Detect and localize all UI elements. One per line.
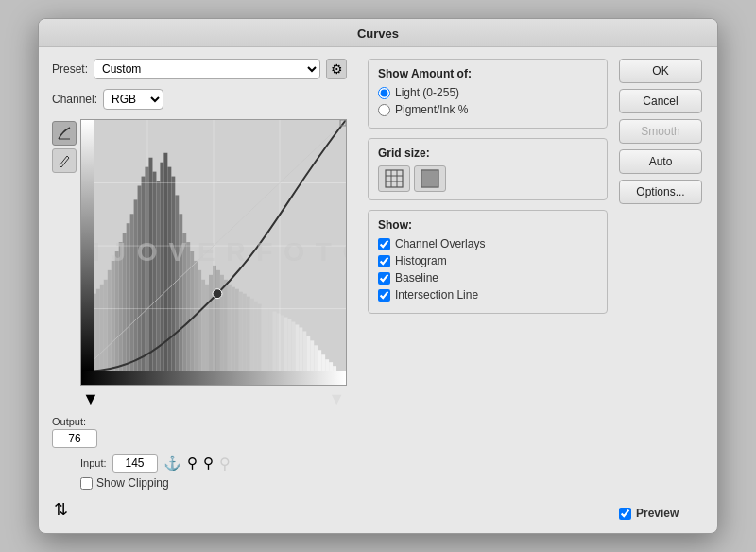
svg-rect-32 bbox=[190, 251, 194, 371]
show-box: Show: Channel Overlays Histogram Baselin… bbox=[368, 210, 608, 314]
output-input[interactable] bbox=[52, 429, 97, 448]
output-label: Output: bbox=[52, 416, 97, 427]
svg-rect-14 bbox=[123, 233, 127, 371]
curve-tool-button[interactable] bbox=[52, 121, 77, 146]
svg-rect-31 bbox=[186, 242, 190, 371]
svg-rect-24 bbox=[160, 163, 163, 371]
svg-rect-38 bbox=[213, 266, 216, 371]
svg-rect-49 bbox=[254, 302, 258, 371]
grid-size-box: Grid size: bbox=[368, 138, 608, 200]
svg-rect-27 bbox=[171, 177, 175, 372]
svg-rect-17 bbox=[134, 199, 138, 371]
pencil-tool-button[interactable] bbox=[52, 148, 77, 173]
svg-rect-48 bbox=[250, 299, 254, 371]
light-radio-row: Light (0-255) bbox=[378, 86, 597, 99]
input-label: Input: bbox=[80, 457, 107, 469]
grid-size-title: Grid size: bbox=[378, 147, 597, 160]
black-point-eyedropper[interactable]: ⚲ bbox=[187, 455, 198, 472]
svg-rect-43 bbox=[232, 287, 235, 371]
svg-rect-13 bbox=[119, 242, 123, 371]
baseline-row: Baseline bbox=[378, 271, 597, 285]
svg-rect-37 bbox=[209, 275, 213, 371]
svg-rect-7 bbox=[96, 289, 100, 371]
svg-rect-19 bbox=[142, 177, 146, 372]
channel-row: Channel: RGB Red Green Blue bbox=[52, 89, 347, 110]
channel-overlays-label: Channel Overlays bbox=[395, 237, 485, 250]
auto-select-icon[interactable]: ⇅ bbox=[54, 499, 68, 520]
bottom-icon-row: ⇅ bbox=[52, 499, 347, 520]
dialog-title: Curves bbox=[39, 19, 717, 47]
intersection-line-label: Intersection Line bbox=[395, 288, 478, 302]
svg-rect-69 bbox=[329, 362, 333, 371]
svg-rect-46 bbox=[243, 294, 247, 371]
svg-rect-59 bbox=[291, 321, 295, 371]
channel-overlays-checkbox[interactable] bbox=[378, 238, 390, 250]
intersection-line-row: Intersection Line bbox=[378, 288, 597, 302]
sample-point-icon[interactable]: ⚓ bbox=[163, 455, 181, 472]
curve-canvas[interactable]: © I J O V E R F O T O bbox=[80, 119, 347, 386]
intersection-line-checkbox[interactable] bbox=[378, 289, 390, 302]
preview-checkbox[interactable] bbox=[619, 508, 631, 520]
svg-rect-60 bbox=[295, 324, 299, 371]
svg-rect-61 bbox=[299, 327, 302, 371]
svg-rect-30 bbox=[182, 233, 186, 371]
grid-size-buttons bbox=[378, 165, 597, 192]
show-amount-box: Show Amount of: Light (0-255) Pigment/In… bbox=[368, 59, 608, 129]
smooth-button[interactable]: Smooth bbox=[619, 119, 702, 144]
svg-rect-15 bbox=[127, 223, 130, 371]
show-amount-title: Show Amount of: bbox=[378, 67, 597, 80]
grid-10x10-button[interactable] bbox=[414, 165, 446, 192]
svg-rect-64 bbox=[310, 340, 314, 371]
ok-button[interactable]: OK bbox=[619, 59, 702, 83]
curve-tools bbox=[52, 119, 77, 386]
svg-rect-63 bbox=[306, 336, 310, 371]
svg-rect-57 bbox=[284, 318, 287, 372]
svg-rect-9 bbox=[104, 280, 108, 371]
svg-rect-16 bbox=[130, 214, 134, 371]
preview-row: Preview bbox=[619, 507, 704, 520]
svg-rect-81 bbox=[386, 170, 403, 187]
light-radio[interactable] bbox=[378, 87, 390, 99]
svg-rect-51 bbox=[262, 306, 266, 372]
pigment-label: Pigment/Ink % bbox=[395, 103, 468, 116]
svg-rect-65 bbox=[314, 345, 318, 371]
channel-label: Channel: bbox=[52, 93, 97, 106]
baseline-checkbox[interactable] bbox=[378, 272, 390, 285]
svg-rect-54 bbox=[273, 312, 277, 372]
preset-select[interactable]: Custom Default Strong Contrast Increase … bbox=[94, 59, 320, 79]
svg-rect-68 bbox=[325, 359, 329, 371]
histogram-checkbox[interactable] bbox=[378, 255, 390, 267]
histogram-row: Histogram bbox=[378, 254, 597, 267]
cancel-button[interactable]: Cancel bbox=[619, 89, 702, 113]
curve-area: © I J O V E R F O T O bbox=[52, 119, 347, 386]
svg-rect-47 bbox=[247, 297, 250, 371]
options-button[interactable]: Options... bbox=[619, 180, 702, 204]
auto-button[interactable]: Auto bbox=[619, 149, 702, 174]
svg-rect-18 bbox=[138, 186, 142, 372]
show-title: Show: bbox=[378, 218, 597, 232]
svg-rect-22 bbox=[152, 172, 156, 371]
svg-rect-35 bbox=[201, 280, 205, 371]
svg-rect-11 bbox=[112, 261, 115, 371]
middle-panel: Show Amount of: Light (0-255) Pigment/In… bbox=[358, 59, 608, 520]
gear-button[interactable]: ⚙ bbox=[326, 59, 347, 79]
svg-rect-28 bbox=[175, 195, 179, 371]
channel-select[interactable]: RGB Red Green Blue bbox=[103, 89, 163, 110]
right-panel: OK Cancel Smooth Auto Options... Preview bbox=[619, 59, 704, 520]
show-clipping-checkbox[interactable] bbox=[80, 477, 93, 490]
gray-point-eyedropper[interactable]: ⚲ bbox=[203, 455, 214, 472]
svg-rect-45 bbox=[239, 292, 243, 371]
svg-rect-8 bbox=[100, 285, 104, 371]
svg-rect-34 bbox=[198, 270, 201, 371]
svg-rect-12 bbox=[115, 251, 119, 371]
svg-rect-29 bbox=[179, 214, 182, 371]
show-clipping-row: Show Clipping bbox=[80, 476, 347, 490]
white-point-eyedropper[interactable]: ⚲ bbox=[219, 455, 231, 473]
curves-dialog: Curves Preset: Custom Default Strong Con… bbox=[38, 18, 718, 534]
input-input[interactable] bbox=[112, 454, 158, 473]
grid-4x4-button[interactable] bbox=[378, 165, 410, 192]
show-clipping-label: Show Clipping bbox=[96, 476, 169, 490]
svg-rect-41 bbox=[224, 280, 228, 371]
svg-rect-44 bbox=[235, 289, 239, 371]
pigment-radio[interactable] bbox=[378, 104, 390, 116]
